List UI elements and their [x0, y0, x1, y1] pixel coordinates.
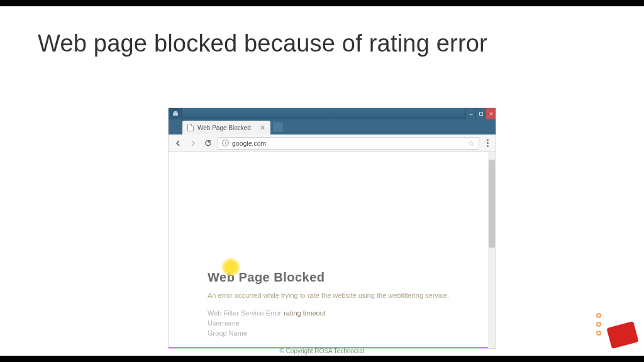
maximize-button[interactable]: [475, 108, 486, 119]
logo-dots-icon: [596, 313, 601, 339]
tab-strip: Web Page Blocked: [169, 119, 496, 134]
new-tab-button[interactable]: [273, 122, 283, 132]
page-viewport: Web Page Blocked An error occurred while…: [169, 152, 496, 348]
tab-close-icon[interactable]: [260, 125, 265, 130]
detail-label: Username: [208, 319, 240, 327]
close-button[interactable]: [486, 108, 496, 119]
browser-toolbar: i google.com ☆: [169, 134, 496, 152]
blocked-details: Web Filter Service Errorrating timeout U…: [208, 309, 449, 337]
blocked-panel: Web Page Blocked An error occurred while…: [208, 270, 449, 339]
scrollbar-thumb[interactable]: [489, 160, 495, 248]
logo-device-icon: [606, 321, 638, 349]
detail-value: rating timeout: [284, 309, 326, 317]
minimize-button[interactable]: [465, 108, 475, 119]
slide-footer: © Copyright ROSA Technocrat: [279, 348, 364, 354]
bookmark-star-icon[interactable]: ☆: [468, 139, 475, 148]
browser-window: Web Page Blocked i google.com ☆: [169, 108, 496, 348]
browser-menu-button[interactable]: [483, 139, 492, 147]
tab-title: Web Page Blocked: [197, 124, 251, 131]
url-text: google.com: [232, 140, 266, 147]
reload-button[interactable]: [203, 138, 214, 149]
browser-tab[interactable]: Web Page Blocked: [182, 121, 270, 134]
site-info-icon[interactable]: i: [222, 140, 229, 146]
detail-row: Group Name: [208, 329, 449, 337]
svg-rect-3: [479, 112, 482, 116]
blocked-message: An error occurred while trying to rate t…: [208, 291, 449, 300]
slide-title: Web page blocked because of rating error: [0, 6, 644, 57]
detail-label: Web Filter Service Error: [208, 309, 281, 317]
address-bar[interactable]: i google.com ☆: [218, 137, 479, 150]
page-favicon-icon: [187, 124, 194, 131]
brand-logo: [596, 310, 636, 346]
window-titlebar: [169, 108, 496, 119]
back-button[interactable]: [172, 138, 184, 149]
cursor-highlight-icon: [221, 258, 240, 277]
forward-button[interactable]: [187, 138, 199, 149]
detail-row: Web Filter Service Errorrating timeout: [208, 309, 449, 317]
detail-label: Group Name: [208, 329, 247, 337]
slide: Web page blocked because of rating error…: [0, 6, 644, 356]
app-icon: [169, 108, 182, 119]
svg-rect-1: [174, 111, 177, 112]
blocked-heading: Web Page Blocked: [208, 270, 449, 285]
detail-row: Username: [208, 319, 449, 327]
svg-rect-0: [173, 112, 178, 116]
